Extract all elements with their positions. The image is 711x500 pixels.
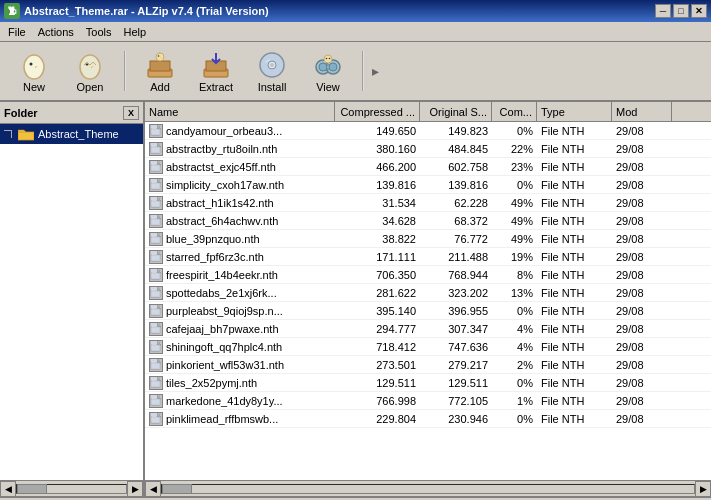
folder-panel-title: Folder [4,107,38,119]
svg-rect-73 [151,395,157,398]
file-type-cell: File NTH [537,268,612,282]
file-compressed-cell: 766.998 [335,394,420,408]
svg-rect-49 [151,251,157,254]
svg-rect-68 [151,363,160,369]
svg-rect-35 [151,165,160,171]
table-row[interactable]: abstract_h1ik1s42.nth31.53462.22849%File… [145,194,711,212]
file-icon [149,394,163,408]
col-header-compressed[interactable]: Compressed ... [335,102,420,121]
table-row[interactable]: pinkorient_wfl53w31.nth273.501279.2172%F… [145,356,711,374]
file-com-cell: 49% [492,196,537,210]
file-name-text: candyamour_orbeau3... [166,125,282,137]
table-row[interactable]: abstract_6h4achwv.nth34.62868.37249%File… [145,212,711,230]
file-name-text: spottedabs_2e1xj6rk... [166,287,277,299]
file-original-cell: 396.955 [420,304,492,318]
file-original-cell: 62.228 [420,196,492,210]
file-scroll-right[interactable]: ▶ [695,481,711,497]
file-original-cell: 484.845 [420,142,492,156]
file-scroll-thumb[interactable] [162,484,192,494]
file-hscroll[interactable]: ◀ ▶ [145,481,711,496]
toolbar-view-button[interactable]: View [302,45,354,97]
col-header-name[interactable]: Name [145,102,335,121]
folder-panel-close-button[interactable]: X [123,106,139,120]
toolbar-more-button[interactable]: ▸ [372,63,379,79]
col-header-mod[interactable]: Mod [612,102,672,121]
file-original-cell: 602.758 [420,160,492,174]
title-controls[interactable]: ─ □ ✕ [655,4,707,18]
file-type-cell: File NTH [537,322,612,336]
table-row[interactable]: blue_39pnzquo.nth38.82276.77249%File NTH… [145,230,711,248]
folder-hscroll[interactable]: ◀ ▶ [0,481,145,496]
file-name-text: tiles_2x52pymj.nth [166,377,257,389]
table-row[interactable]: freespirit_14b4eekr.nth706.350768.9448%F… [145,266,711,284]
table-row[interactable]: spottedabs_2e1xj6rk...281.622323.20213%F… [145,284,711,302]
file-name-text: pinklimead_rffbmswb... [166,413,278,425]
close-button[interactable]: ✕ [691,4,707,18]
svg-point-1 [30,63,33,66]
file-mod-cell: 29/08 [612,304,672,318]
file-name-text: shiningoft_qq7hplc4.nth [166,341,282,353]
toolbar-open-button[interactable]: Open [64,45,116,97]
folder-icon [18,127,34,141]
file-name-cell: abstractby_rtu8oiln.nth [145,141,335,157]
toolbar-install-button[interactable]: Install [246,45,298,97]
add-label: Add [150,81,170,93]
folder-name-abstract-theme: Abstract_Theme [38,128,119,140]
col-header-type[interactable]: Type [537,102,612,121]
file-scroll-track[interactable] [161,484,695,494]
file-name-text: abstract_6h4achwv.nth [166,215,278,227]
file-type-cell: File NTH [537,394,612,408]
app-icon: 🗜 [4,3,20,19]
table-row[interactable]: markedone_41dy8y1y...766.998772.1051%Fil… [145,392,711,410]
toolbar-new-button[interactable]: New [8,45,60,97]
file-type-cell: File NTH [537,124,612,138]
folder-panel: Folder X Abstract_Theme [0,102,145,480]
col-header-com[interactable]: Com... [492,102,537,121]
table-row[interactable]: abstractst_exjc45ff.nth466.200602.75823%… [145,158,711,176]
minimize-button[interactable]: ─ [655,4,671,18]
svg-rect-40 [151,197,157,200]
toolbar-separator-2 [362,51,364,91]
file-type-cell: File NTH [537,358,612,372]
table-row[interactable]: simplicity_cxoh17aw.nth139.816139.8160%F… [145,176,711,194]
install-icon [256,49,288,81]
file-compressed-cell: 718.412 [335,340,420,354]
maximize-button[interactable]: □ [673,4,689,18]
file-type-cell: File NTH [537,304,612,318]
install-label: Install [258,81,287,93]
table-row[interactable]: pinklimead_rffbmswb...229.804230.9460%Fi… [145,410,711,428]
toolbar: New Open + [0,42,711,102]
table-row[interactable]: starred_fpf6rz3c.nth171.111211.48819%Fil… [145,248,711,266]
file-icon [149,232,163,246]
menu-tools[interactable]: Tools [80,24,118,40]
folder-scroll-track[interactable] [16,484,127,494]
toolbar-add-button[interactable]: + Add [134,45,186,97]
file-name-cell: purpleabst_9qioj9sp.n... [145,303,335,319]
svg-rect-46 [151,233,157,236]
menu-help[interactable]: Help [118,24,153,40]
folder-scroll-left[interactable]: ◀ [0,481,16,497]
menu-file[interactable]: File [2,24,32,40]
menu-actions[interactable]: Actions [32,24,80,40]
folder-item-abstract-theme[interactable]: Abstract_Theme [0,124,143,144]
file-scroll-left[interactable]: ◀ [145,481,161,497]
svg-point-21 [319,63,327,71]
table-row[interactable]: cafejaaj_bh7pwaxe.nth294.777307.3474%Fil… [145,320,711,338]
file-list-body[interactable]: candyamour_orbeau3...149.650149.8230%Fil… [145,122,711,480]
file-type-cell: File NTH [537,160,612,174]
table-row[interactable]: candyamour_orbeau3...149.650149.8230%Fil… [145,122,711,140]
file-panel: Name Compressed ... Original S... Com...… [145,102,711,480]
folder-scroll-thumb[interactable] [17,484,47,494]
table-row[interactable]: tiles_2x52pymj.nth129.511129.5110%File N… [145,374,711,392]
table-row[interactable]: abstractby_rtu8oiln.nth380.160484.84522%… [145,140,711,158]
folder-scroll-right[interactable]: ▶ [127,481,143,497]
file-name-text: purpleabst_9qioj9sp.n... [166,305,283,317]
toolbar-extract-button[interactable]: Extract [190,45,242,97]
col-header-original[interactable]: Original S... [420,102,492,121]
file-compressed-cell: 139.816 [335,178,420,192]
main-area: Folder X Abstract_Theme Name Compressed … [0,102,711,480]
table-row[interactable]: purpleabst_9qioj9sp.n...395.140396.9550%… [145,302,711,320]
table-row[interactable]: shiningoft_qq7hplc4.nth718.412747.6364%F… [145,338,711,356]
file-compressed-cell: 294.777 [335,322,420,336]
file-compressed-cell: 171.111 [335,250,420,264]
